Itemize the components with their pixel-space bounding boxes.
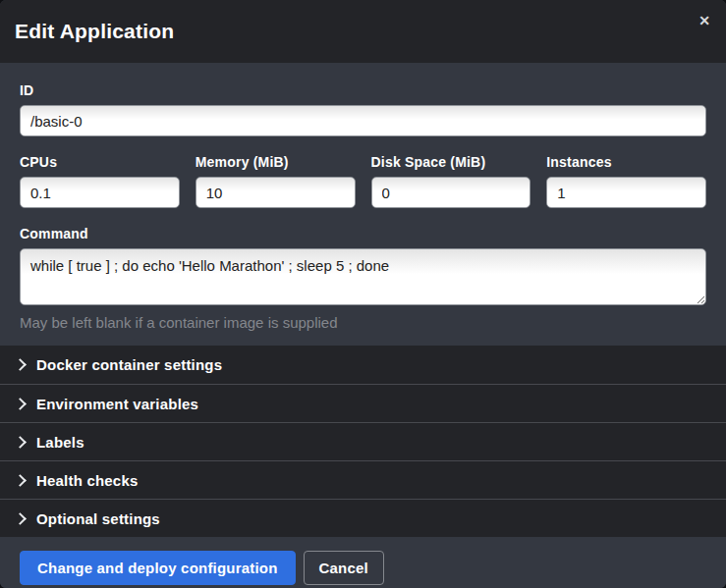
section-health-checks[interactable]: Health checks	[0, 460, 726, 499]
edit-application-modal: Edit Application ✕ ID CPUs Memory (MiB) …	[0, 0, 726, 588]
modal-header: Edit Application ✕	[0, 0, 726, 63]
memory-label: Memory (MiB)	[195, 154, 356, 170]
application-form: ID CPUs Memory (MiB) Disk Space (MiB) In…	[0, 63, 726, 346]
section-label: Optional settings	[36, 510, 160, 527]
id-input[interactable]	[20, 105, 706, 136]
disk-input[interactable]	[371, 177, 531, 208]
disk-field-group: Disk Space (MiB)	[371, 154, 531, 208]
memory-field-group: Memory (MiB)	[195, 154, 356, 208]
section-optional-settings[interactable]: Optional settings	[0, 499, 726, 537]
instances-field-group: Instances	[546, 154, 706, 208]
command-field-group: Command while [ true ] ; do echo 'Hello …	[20, 226, 706, 331]
accordion-sections: Docker container settings Environment va…	[0, 346, 726, 537]
change-and-deploy-button[interactable]: Change and deploy configuration	[20, 551, 296, 585]
disk-label: Disk Space (MiB)	[371, 154, 531, 170]
command-textarea[interactable]: while [ true ] ; do echo 'Hello Marathon…	[20, 248, 706, 305]
chevron-right-icon	[14, 512, 27, 525]
cpus-field-group: CPUs	[20, 154, 180, 208]
chevron-right-icon	[14, 474, 27, 487]
section-labels[interactable]: Labels	[0, 422, 726, 460]
id-field-group: ID	[20, 82, 706, 136]
resources-row: CPUs Memory (MiB) Disk Space (MiB) Insta…	[20, 154, 706, 208]
section-label: Environment variables	[36, 396, 198, 412]
instances-label: Instances	[546, 154, 706, 170]
section-label: Docker container settings	[36, 356, 222, 373]
section-environment-variables[interactable]: Environment variables	[0, 384, 726, 422]
chevron-right-icon	[14, 436, 27, 449]
modal-footer: Change and deploy configuration Cancel	[0, 537, 726, 588]
cpus-label: CPUs	[20, 154, 180, 170]
command-label: Command	[20, 226, 706, 241]
cancel-button[interactable]: Cancel	[304, 551, 384, 585]
modal-title: Edit Application	[15, 20, 174, 43]
close-icon[interactable]: ✕	[697, 12, 712, 29]
command-helper-text: May be left blank if a container image i…	[20, 314, 706, 331]
chevron-right-icon	[14, 358, 27, 371]
section-label: Health checks	[36, 472, 138, 489]
section-label: Labels	[36, 434, 84, 451]
id-label: ID	[20, 82, 706, 98]
instances-input[interactable]	[546, 177, 706, 208]
chevron-right-icon	[14, 398, 27, 410]
section-docker-container-settings[interactable]: Docker container settings	[0, 346, 726, 384]
memory-input[interactable]	[195, 177, 356, 208]
cpus-input[interactable]	[20, 177, 180, 208]
